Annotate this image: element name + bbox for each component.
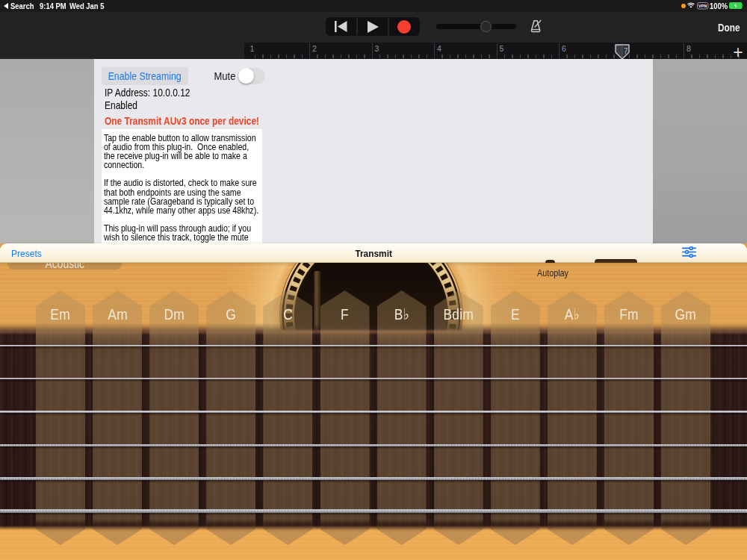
svg-text:VPN: VPN (698, 4, 707, 8)
svg-text:7: 7 (624, 46, 628, 55)
